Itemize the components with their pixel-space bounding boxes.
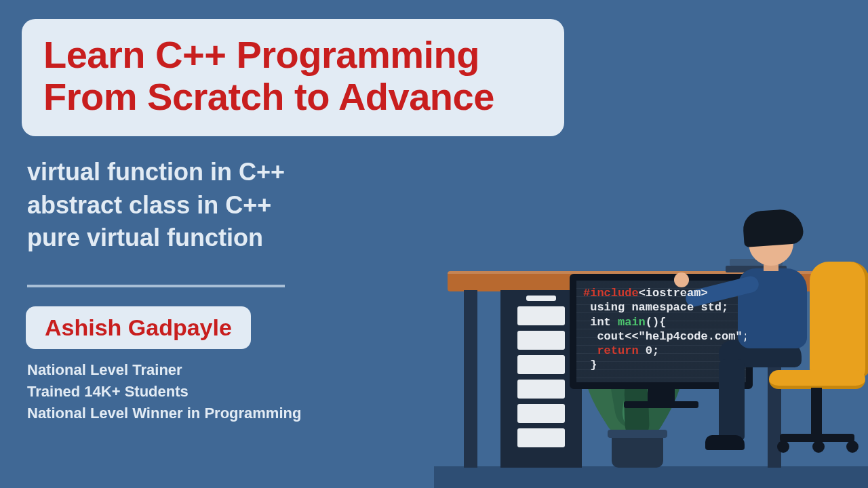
credential-line: National Level Trainer	[27, 359, 301, 381]
code-screen: #include<iostream> using namespace std; …	[570, 274, 753, 389]
code-line: using namespace std;	[583, 300, 739, 314]
floor	[434, 466, 868, 488]
author-card: Ashish Gadpayle	[26, 306, 251, 349]
title-line-1: Learn C++ Programming	[43, 34, 542, 76]
code-token: 0;	[639, 344, 660, 357]
section-divider	[27, 285, 285, 287]
illustration-scene: #include<iostream> using namespace std; …	[434, 136, 868, 488]
code-token: #include	[583, 287, 639, 300]
topic-item: pure virtual function	[27, 222, 380, 255]
title-line-2: From Scratch to Advance	[43, 76, 542, 118]
topic-item: virtual function in C++	[27, 156, 380, 189]
code-token: <iostream>	[639, 287, 708, 300]
credential-line: National Level Winner in Programming	[27, 403, 301, 424]
topic-item: abstract class in C++	[27, 189, 380, 222]
course-title-card: Learn C++ Programming From Scratch to Ad…	[22, 19, 564, 136]
author-name: Ashish Gadpayle	[45, 314, 232, 341]
code-token: return	[583, 344, 639, 357]
code-token: (){	[646, 316, 667, 329]
code-line: cout<<"help4code.com";	[583, 329, 739, 344]
topics-list: virtual function in C++ abstract class i…	[27, 156, 380, 255]
credential-line: Trained 14K+ Students	[27, 381, 301, 403]
code-token: int	[583, 316, 618, 329]
code-token: main	[618, 316, 646, 329]
code-line: }	[583, 358, 739, 372]
author-credentials: National Level Trainer Trained 14K+ Stud…	[27, 359, 301, 424]
